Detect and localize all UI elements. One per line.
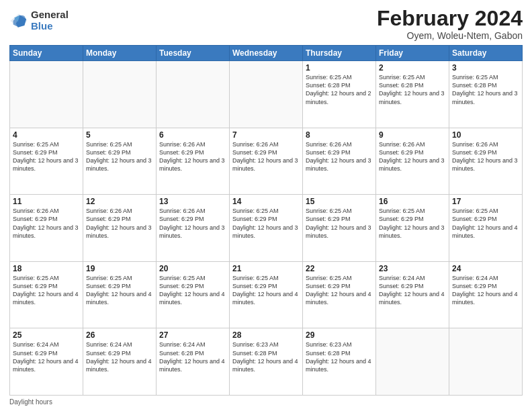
- day-info: Sunrise: 6:25 AM Sunset: 6:29 PM Dayligh…: [13, 274, 80, 307]
- calendar-week-2: 4Sunrise: 6:25 AM Sunset: 6:29 PM Daylig…: [10, 128, 523, 195]
- col-friday: Friday: [376, 46, 449, 61]
- daylight-hours-label: Daylight hours: [9, 398, 52, 406]
- day-info: Sunrise: 6:24 AM Sunset: 6:29 PM Dayligh…: [379, 274, 446, 307]
- calendar-cell: 5Sunrise: 6:25 AM Sunset: 6:29 PM Daylig…: [83, 128, 157, 195]
- day-info: Sunrise: 6:25 AM Sunset: 6:29 PM Dayligh…: [379, 207, 446, 240]
- calendar-cell: 13Sunrise: 6:26 AM Sunset: 6:29 PM Dayli…: [157, 195, 230, 262]
- day-number: 21: [232, 264, 300, 273]
- day-number: 16: [379, 197, 446, 206]
- calendar-cell: 10Sunrise: 6:26 AM Sunset: 6:29 PM Dayli…: [449, 128, 523, 195]
- day-info: Sunrise: 6:26 AM Sunset: 6:29 PM Dayligh…: [13, 207, 80, 240]
- logo: General Blue: [9, 9, 69, 32]
- calendar-cell: 15Sunrise: 6:25 AM Sunset: 6:29 PM Dayli…: [303, 195, 376, 262]
- calendar-cell: 25Sunrise: 6:24 AM Sunset: 6:29 PM Dayli…: [10, 328, 83, 396]
- day-info: Sunrise: 6:23 AM Sunset: 6:28 PM Dayligh…: [232, 340, 300, 373]
- col-sunday: Sunday: [10, 46, 83, 61]
- logo-blue-text: Blue: [31, 21, 69, 32]
- day-number: 5: [86, 130, 153, 140]
- day-number: 15: [306, 197, 373, 206]
- col-saturday: Saturday: [449, 46, 523, 61]
- day-number: 9: [379, 130, 446, 140]
- calendar-cell: [376, 328, 449, 396]
- logo-general-text: General: [31, 9, 69, 21]
- calendar-cell: 27Sunrise: 6:24 AM Sunset: 6:28 PM Dayli…: [157, 328, 230, 396]
- day-number: 1: [306, 63, 373, 73]
- calendar-cell: 11Sunrise: 6:26 AM Sunset: 6:29 PM Dayli…: [10, 195, 83, 262]
- calendar-cell: 9Sunrise: 6:26 AM Sunset: 6:29 PM Daylig…: [376, 128, 449, 195]
- col-thursday: Thursday: [303, 46, 376, 61]
- calendar-cell: 1Sunrise: 6:25 AM Sunset: 6:28 PM Daylig…: [303, 61, 376, 128]
- calendar-cell: [449, 328, 523, 396]
- logo-icon: [9, 11, 28, 30]
- title-block: February 2024 Oyem, Woleu-Ntem, Gabon: [377, 7, 523, 41]
- calendar-cell: 17Sunrise: 6:25 AM Sunset: 6:29 PM Dayli…: [449, 195, 523, 262]
- day-info: Sunrise: 6:25 AM Sunset: 6:29 PM Dayligh…: [13, 140, 80, 173]
- calendar-table: Sunday Monday Tuesday Wednesday Thursday…: [9, 45, 523, 396]
- day-number: 14: [232, 197, 300, 206]
- calendar-cell: 18Sunrise: 6:25 AM Sunset: 6:29 PM Dayli…: [10, 261, 83, 328]
- day-info: Sunrise: 6:24 AM Sunset: 6:29 PM Dayligh…: [452, 274, 519, 307]
- calendar-cell: 26Sunrise: 6:24 AM Sunset: 6:29 PM Dayli…: [83, 328, 157, 396]
- calendar-cell: 3Sunrise: 6:25 AM Sunset: 6:28 PM Daylig…: [449, 61, 523, 128]
- page: General Blue February 2024 Oyem, Woleu-N…: [0, 0, 532, 411]
- day-number: 7: [232, 130, 300, 140]
- footer-note: Daylight hours: [9, 398, 523, 406]
- day-number: 10: [452, 130, 519, 140]
- day-info: Sunrise: 6:26 AM Sunset: 6:29 PM Dayligh…: [86, 207, 153, 240]
- col-monday: Monday: [83, 46, 157, 61]
- day-info: Sunrise: 6:25 AM Sunset: 6:29 PM Dayligh…: [232, 207, 300, 240]
- calendar-week-1: 1Sunrise: 6:25 AM Sunset: 6:28 PM Daylig…: [10, 61, 523, 128]
- day-number: 29: [306, 330, 373, 340]
- calendar-week-3: 11Sunrise: 6:26 AM Sunset: 6:29 PM Dayli…: [10, 195, 523, 262]
- day-info: Sunrise: 6:23 AM Sunset: 6:28 PM Dayligh…: [306, 340, 373, 373]
- day-info: Sunrise: 6:25 AM Sunset: 6:28 PM Dayligh…: [379, 73, 446, 106]
- day-number: 13: [159, 197, 226, 206]
- day-info: Sunrise: 6:26 AM Sunset: 6:29 PM Dayligh…: [306, 140, 373, 173]
- day-number: 11: [13, 197, 80, 206]
- day-number: 8: [306, 130, 373, 140]
- day-info: Sunrise: 6:25 AM Sunset: 6:29 PM Dayligh…: [306, 207, 373, 240]
- day-info: Sunrise: 6:25 AM Sunset: 6:29 PM Dayligh…: [452, 207, 519, 240]
- day-number: 4: [13, 130, 80, 140]
- calendar-cell: [10, 61, 83, 128]
- header: General Blue February 2024 Oyem, Woleu-N…: [9, 7, 523, 41]
- calendar-location: Oyem, Woleu-Ntem, Gabon: [377, 30, 523, 41]
- day-number: 28: [232, 330, 300, 340]
- calendar-cell: 21Sunrise: 6:25 AM Sunset: 6:29 PM Dayli…: [230, 261, 303, 328]
- calendar-cell: 8Sunrise: 6:26 AM Sunset: 6:29 PM Daylig…: [303, 128, 376, 195]
- day-info: Sunrise: 6:26 AM Sunset: 6:29 PM Dayligh…: [232, 140, 300, 173]
- calendar-cell: 7Sunrise: 6:26 AM Sunset: 6:29 PM Daylig…: [230, 128, 303, 195]
- day-info: Sunrise: 6:25 AM Sunset: 6:29 PM Dayligh…: [232, 274, 300, 307]
- calendar-cell: [157, 61, 230, 128]
- day-info: Sunrise: 6:25 AM Sunset: 6:29 PM Dayligh…: [86, 274, 153, 307]
- day-number: 24: [452, 264, 519, 273]
- day-info: Sunrise: 6:25 AM Sunset: 6:29 PM Dayligh…: [159, 274, 226, 307]
- day-info: Sunrise: 6:25 AM Sunset: 6:28 PM Dayligh…: [306, 73, 373, 106]
- calendar-cell: 14Sunrise: 6:25 AM Sunset: 6:29 PM Dayli…: [230, 195, 303, 262]
- day-number: 22: [306, 264, 373, 273]
- day-number: 19: [86, 264, 153, 273]
- calendar-cell: 4Sunrise: 6:25 AM Sunset: 6:29 PM Daylig…: [10, 128, 83, 195]
- day-info: Sunrise: 6:26 AM Sunset: 6:29 PM Dayligh…: [452, 140, 519, 173]
- calendar-week-4: 18Sunrise: 6:25 AM Sunset: 6:29 PM Dayli…: [10, 261, 523, 328]
- day-info: Sunrise: 6:24 AM Sunset: 6:29 PM Dayligh…: [86, 340, 153, 373]
- day-number: 6: [159, 130, 226, 140]
- day-number: 18: [13, 264, 80, 273]
- day-info: Sunrise: 6:26 AM Sunset: 6:29 PM Dayligh…: [159, 207, 226, 240]
- day-info: Sunrise: 6:24 AM Sunset: 6:29 PM Dayligh…: [13, 340, 80, 373]
- col-wednesday: Wednesday: [230, 46, 303, 61]
- calendar-week-5: 25Sunrise: 6:24 AM Sunset: 6:29 PM Dayli…: [10, 328, 523, 396]
- calendar-header-row: Sunday Monday Tuesday Wednesday Thursday…: [10, 46, 523, 61]
- day-number: 17: [452, 197, 519, 206]
- day-info: Sunrise: 6:25 AM Sunset: 6:28 PM Dayligh…: [452, 73, 519, 106]
- col-tuesday: Tuesday: [157, 46, 230, 61]
- calendar-cell: 6Sunrise: 6:26 AM Sunset: 6:29 PM Daylig…: [157, 128, 230, 195]
- calendar-cell: 2Sunrise: 6:25 AM Sunset: 6:28 PM Daylig…: [376, 61, 449, 128]
- day-info: Sunrise: 6:26 AM Sunset: 6:29 PM Dayligh…: [159, 140, 226, 173]
- day-number: 20: [159, 264, 226, 273]
- day-info: Sunrise: 6:24 AM Sunset: 6:28 PM Dayligh…: [159, 340, 226, 373]
- calendar-cell: 28Sunrise: 6:23 AM Sunset: 6:28 PM Dayli…: [230, 328, 303, 396]
- calendar-cell: [230, 61, 303, 128]
- calendar-cell: 22Sunrise: 6:25 AM Sunset: 6:29 PM Dayli…: [303, 261, 376, 328]
- calendar-cell: 19Sunrise: 6:25 AM Sunset: 6:29 PM Dayli…: [83, 261, 157, 328]
